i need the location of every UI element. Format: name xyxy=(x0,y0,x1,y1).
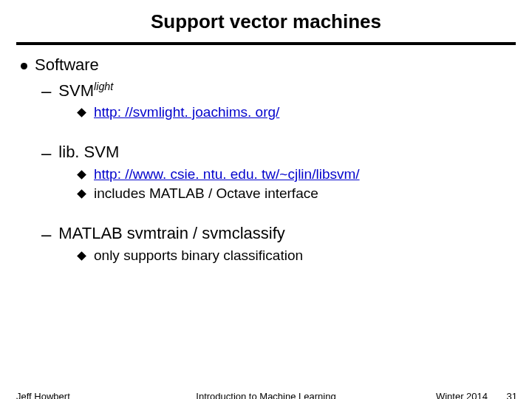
libsvm-note-text: includes MATLAB / Octave interface xyxy=(94,185,318,202)
bullet-software: Software xyxy=(21,55,511,75)
diamond-bullet-icon xyxy=(77,251,86,261)
bullet-matlab: – MATLAB svmtrain / svmclassify xyxy=(41,224,511,245)
svmlight-sup: light xyxy=(94,81,113,92)
diamond-bullet-icon xyxy=(77,108,86,117)
bullet-matlab-text: MATLAB svmtrain / svmclassify xyxy=(58,224,284,243)
svmlight-base: SVM xyxy=(58,81,94,100)
bullet-svmlight: – SVMlight xyxy=(41,81,511,101)
dash-bullet-icon: – xyxy=(41,224,51,245)
bullet-libsvm-url: http: //www. csie. ntu. edu. tw/~cjlin/l… xyxy=(78,166,511,183)
matlab-note-text: only supports binary classification xyxy=(94,248,303,264)
bullet-matlab-note: only supports binary classification xyxy=(78,248,511,264)
bullet-libsvm-note: includes MATLAB / Octave interface xyxy=(78,185,511,202)
dash-bullet-icon: – xyxy=(41,143,51,163)
bullet-svmlight-text: SVMlight xyxy=(58,81,113,100)
title-divider xyxy=(16,42,516,45)
dash-bullet-icon: – xyxy=(41,81,51,101)
bullet-software-text: Software xyxy=(35,55,99,75)
slide-title: Support vector machines xyxy=(0,10,532,33)
footer-term: Winter 2014 xyxy=(436,391,488,399)
bullet-libsvm-text: lib. SVM xyxy=(58,143,119,162)
diamond-bullet-icon xyxy=(77,170,86,180)
diamond-bullet-icon xyxy=(77,189,86,199)
footer-page-number: 31 xyxy=(507,391,517,399)
disc-bullet-icon xyxy=(21,63,27,69)
svmlight-link[interactable]: http: //svmlight. joachims. org/ xyxy=(94,104,279,120)
bullet-libsvm: – lib. SVM xyxy=(41,143,511,163)
bullet-svmlight-url: http: //svmlight. joachims. org/ xyxy=(78,104,511,120)
libsvm-link[interactable]: http: //www. csie. ntu. edu. tw/~cjlin/l… xyxy=(94,166,360,183)
slide-body: Software – SVMlight http: //svmlight. jo… xyxy=(21,55,511,264)
